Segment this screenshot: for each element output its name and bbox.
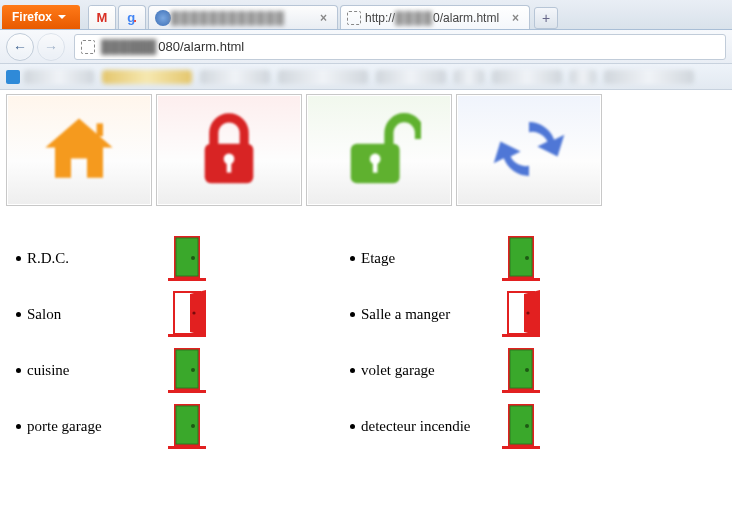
- sensor-column-left: R.D.C. Salon cuisine: [16, 230, 316, 454]
- svg-rect-22: [502, 278, 540, 281]
- google-icon: g.: [119, 6, 145, 29]
- sensor-row: volet garage: [350, 342, 650, 398]
- tab-close-button[interactable]: ×: [316, 11, 331, 25]
- sensor-name: detecteur incendie: [361, 418, 471, 435]
- sensor-name: volet garage: [361, 362, 435, 379]
- lock-closed-icon: [191, 107, 267, 194]
- back-button[interactable]: ←: [6, 33, 34, 61]
- bookmark-blur: [492, 70, 562, 84]
- arrow-right-icon: →: [44, 39, 58, 55]
- url-text: 080/alarm.html: [158, 39, 244, 54]
- sensor-row: Salon: [16, 286, 316, 342]
- svg-rect-18: [168, 446, 206, 449]
- bookmark-item[interactable]: [6, 70, 94, 84]
- url-blur: ██████: [101, 39, 156, 54]
- svg-point-32: [525, 368, 529, 372]
- sensor-label: volet garage: [350, 362, 500, 379]
- sensor-label: Salon: [16, 306, 166, 323]
- svg-rect-3: [227, 161, 232, 172]
- arrow-left-icon: ←: [13, 39, 27, 55]
- sensor-name: Salon: [27, 306, 61, 323]
- sensor-row: R.D.C.: [16, 230, 316, 286]
- svg-rect-14: [168, 390, 206, 393]
- bookmark-blur: [278, 70, 368, 84]
- bookmark-blur: [200, 70, 270, 84]
- tab-gmail[interactable]: M: [88, 5, 116, 29]
- firefox-menu-button[interactable]: Firefox: [2, 5, 80, 29]
- sensor-row: detecteur incendie: [350, 398, 650, 454]
- sensor-label: detecteur incendie: [350, 418, 500, 435]
- svg-point-10: [191, 256, 195, 260]
- door-closed-icon: [500, 346, 542, 394]
- lock-button[interactable]: [156, 94, 302, 206]
- tab-title-prefix: http://: [365, 11, 395, 25]
- door-closed-icon: [166, 346, 208, 394]
- bullet-icon: [350, 256, 355, 261]
- tab-title-blur: ████████████: [171, 11, 285, 25]
- door-closed-icon: [500, 402, 542, 450]
- sensor-name: R.D.C.: [27, 250, 69, 267]
- svg-rect-33: [502, 446, 540, 449]
- door-closed-icon: [500, 234, 542, 282]
- door-open-icon: [500, 290, 542, 338]
- bullet-icon: [16, 256, 21, 261]
- tab-alarm[interactable]: http:// ████ 0/alarm.html ×: [340, 5, 530, 29]
- sensor-label: cuisine: [16, 362, 166, 379]
- sensor-name: cuisine: [27, 362, 70, 379]
- refresh-icon: [487, 107, 571, 194]
- sensor-row: Salle a manger: [350, 286, 650, 342]
- url-bar[interactable]: ██████ 080/alarm.html: [74, 34, 726, 60]
- generic-favicon: [155, 10, 171, 26]
- bookmark-blur: [454, 70, 484, 84]
- refresh-button[interactable]: [456, 94, 602, 206]
- bookmark-blur: [604, 70, 694, 84]
- new-tab-button[interactable]: +: [534, 7, 558, 29]
- sensor-column-right: Etage Salle a manger volet garage: [350, 230, 650, 454]
- unlock-button[interactable]: [306, 94, 452, 206]
- svg-rect-29: [502, 390, 540, 393]
- gmail-icon: M: [89, 6, 115, 29]
- sensor-row: Etage: [350, 230, 650, 286]
- svg-point-28: [526, 311, 529, 314]
- bullet-icon: [350, 368, 355, 373]
- bookmark-blur: [376, 70, 446, 84]
- tab-blurred[interactable]: ████████████ ×: [148, 5, 338, 29]
- svg-rect-6: [373, 161, 378, 172]
- bookmark-blur: [24, 70, 94, 84]
- svg-point-17: [191, 368, 195, 372]
- bullet-icon: [16, 424, 21, 429]
- page-icon: [81, 40, 95, 54]
- tab-google[interactable]: g.: [118, 5, 146, 29]
- sensor-label: Salle a manger: [350, 306, 500, 323]
- svg-point-36: [525, 424, 529, 428]
- toolbar-row: [6, 94, 726, 206]
- tab-title-suffix: 0/alarm.html: [433, 11, 499, 25]
- page-content: R.D.C. Salon cuisine: [0, 90, 732, 468]
- lock-open-icon: [337, 107, 421, 194]
- bookmark-favicon: [6, 70, 20, 84]
- bullet-icon: [350, 424, 355, 429]
- browser-titlebar: Firefox M g. ████████████ × http:// ████…: [0, 0, 732, 30]
- bookmark-bar: [0, 64, 732, 90]
- svg-point-25: [525, 256, 529, 260]
- sensor-name: porte garage: [27, 418, 102, 435]
- bookmark-blur: [570, 70, 596, 84]
- forward-button[interactable]: →: [37, 33, 65, 61]
- sensor-row: cuisine: [16, 342, 316, 398]
- tab-close-button[interactable]: ×: [508, 11, 523, 25]
- bullet-icon: [16, 368, 21, 373]
- sensor-label: Etage: [350, 250, 500, 267]
- svg-rect-0: [97, 123, 103, 136]
- sensor-row: porte garage: [16, 398, 316, 454]
- bullet-icon: [16, 312, 21, 317]
- svg-point-13: [192, 311, 195, 314]
- home-icon: [35, 109, 123, 192]
- home-button[interactable]: [6, 94, 152, 206]
- svg-rect-7: [168, 278, 206, 281]
- tab-strip: M g. ████████████ × http:// ████ 0/alarm…: [88, 1, 558, 29]
- door-closed-icon: [166, 402, 208, 450]
- sensor-label: porte garage: [16, 418, 166, 435]
- page-icon: [347, 11, 361, 25]
- door-open-icon: [166, 290, 208, 338]
- sensor-name: Etage: [361, 250, 395, 267]
